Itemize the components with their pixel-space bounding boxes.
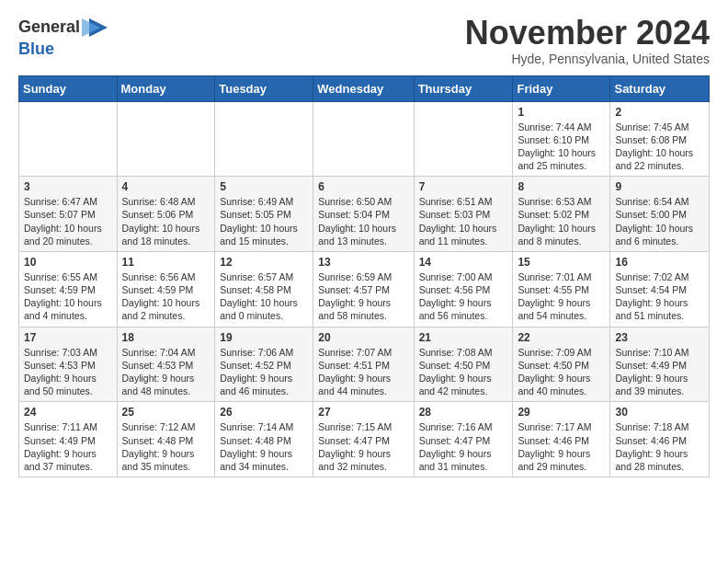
day-content: Sunrise: 7:07 AM Sunset: 4:51 PM Dayligh… xyxy=(318,346,408,398)
day-number: 4 xyxy=(122,180,210,193)
day-content: Sunrise: 7:16 AM Sunset: 4:47 PM Dayligh… xyxy=(419,420,508,473)
calendar-cell: 28Sunrise: 7:16 AM Sunset: 4:47 PM Dayli… xyxy=(414,402,513,477)
calendar-week-5: 24Sunrise: 7:11 AM Sunset: 4:49 PM Dayli… xyxy=(19,402,710,477)
calendar-cell: 12Sunrise: 6:57 AM Sunset: 4:58 PM Dayli… xyxy=(215,251,313,327)
calendar-cell: 13Sunrise: 6:59 AM Sunset: 4:57 PM Dayli… xyxy=(313,251,414,327)
col-header-tuesday: Tuesday xyxy=(215,75,313,101)
day-content: Sunrise: 6:51 AM Sunset: 5:03 PM Dayligh… xyxy=(419,195,508,247)
page: General Blue November 2024 Hyde, Pennsyl… xyxy=(0,0,728,496)
day-number: 22 xyxy=(518,331,605,344)
day-content: Sunrise: 6:54 AM Sunset: 5:00 PM Dayligh… xyxy=(615,195,704,247)
calendar-cell: 26Sunrise: 7:14 AM Sunset: 4:48 PM Dayli… xyxy=(215,402,313,477)
calendar-cell: 30Sunrise: 7:18 AM Sunset: 4:46 PM Dayli… xyxy=(610,402,710,477)
calendar-cell xyxy=(313,101,414,177)
calendar-cell: 8Sunrise: 6:53 AM Sunset: 5:02 PM Daylig… xyxy=(513,177,610,252)
calendar-cell xyxy=(215,101,313,177)
day-number: 12 xyxy=(220,256,308,269)
col-header-monday: Monday xyxy=(117,75,215,101)
calendar-cell: 10Sunrise: 6:55 AM Sunset: 4:59 PM Dayli… xyxy=(19,251,118,327)
calendar-cell: 25Sunrise: 7:12 AM Sunset: 4:48 PM Dayli… xyxy=(117,402,215,477)
day-number: 16 xyxy=(615,256,704,269)
day-number: 3 xyxy=(24,180,112,193)
calendar-cell: 6Sunrise: 6:50 AM Sunset: 5:04 PM Daylig… xyxy=(313,177,414,252)
calendar-cell: 19Sunrise: 7:06 AM Sunset: 4:52 PM Dayli… xyxy=(215,327,313,402)
day-content: Sunrise: 7:08 AM Sunset: 4:50 PM Dayligh… xyxy=(419,346,508,398)
month-title: November 2024 xyxy=(465,15,710,52)
calendar-week-2: 3Sunrise: 6:47 AM Sunset: 5:07 PM Daylig… xyxy=(19,177,710,252)
calendar-cell: 11Sunrise: 6:56 AM Sunset: 4:59 PM Dayli… xyxy=(117,251,215,327)
col-header-saturday: Saturday xyxy=(610,75,710,101)
location-subtitle: Hyde, Pennsylvania, United States xyxy=(465,52,710,66)
day-content: Sunrise: 7:18 AM Sunset: 4:46 PM Dayligh… xyxy=(615,420,704,473)
day-number: 29 xyxy=(518,406,605,419)
calendar-cell: 20Sunrise: 7:07 AM Sunset: 4:51 PM Dayli… xyxy=(313,327,414,402)
day-number: 1 xyxy=(518,106,605,119)
calendar-cell: 29Sunrise: 7:17 AM Sunset: 4:46 PM Dayli… xyxy=(513,402,610,477)
calendar-cell: 27Sunrise: 7:15 AM Sunset: 4:47 PM Dayli… xyxy=(313,402,414,477)
calendar-cell: 15Sunrise: 7:01 AM Sunset: 4:55 PM Dayli… xyxy=(513,251,610,327)
logo-icon xyxy=(82,15,108,40)
day-content: Sunrise: 6:55 AM Sunset: 4:59 PM Dayligh… xyxy=(24,270,112,323)
calendar-cell: 2Sunrise: 7:45 AM Sunset: 6:08 PM Daylig… xyxy=(610,101,710,177)
calendar-table: SundayMondayTuesdayWednesdayThursdayFrid… xyxy=(18,75,710,477)
col-header-sunday: Sunday xyxy=(19,75,118,101)
day-content: Sunrise: 6:47 AM Sunset: 5:07 PM Dayligh… xyxy=(24,195,112,247)
day-content: Sunrise: 7:04 AM Sunset: 4:53 PM Dayligh… xyxy=(122,346,210,398)
day-content: Sunrise: 7:02 AM Sunset: 4:54 PM Dayligh… xyxy=(615,270,704,323)
day-number: 7 xyxy=(419,180,508,193)
day-number: 9 xyxy=(615,180,704,193)
day-number: 30 xyxy=(615,406,704,419)
col-header-wednesday: Wednesday xyxy=(313,75,414,101)
logo: General Blue xyxy=(18,15,108,59)
col-header-friday: Friday xyxy=(513,75,610,101)
day-number: 19 xyxy=(220,331,308,344)
calendar-cell: 3Sunrise: 6:47 AM Sunset: 5:07 PM Daylig… xyxy=(19,177,118,252)
calendar-cell xyxy=(414,101,513,177)
calendar-cell: 16Sunrise: 7:02 AM Sunset: 4:54 PM Dayli… xyxy=(610,251,710,327)
calendar-cell: 23Sunrise: 7:10 AM Sunset: 4:49 PM Dayli… xyxy=(610,327,710,402)
calendar-cell: 22Sunrise: 7:09 AM Sunset: 4:50 PM Dayli… xyxy=(513,327,610,402)
day-content: Sunrise: 7:01 AM Sunset: 4:55 PM Dayligh… xyxy=(518,270,605,323)
day-content: Sunrise: 6:53 AM Sunset: 5:02 PM Dayligh… xyxy=(518,195,605,247)
day-content: Sunrise: 7:17 AM Sunset: 4:46 PM Dayligh… xyxy=(518,420,605,473)
day-number: 21 xyxy=(419,331,508,344)
day-number: 15 xyxy=(518,256,605,269)
day-content: Sunrise: 7:00 AM Sunset: 4:56 PM Dayligh… xyxy=(419,270,508,323)
day-number: 5 xyxy=(220,180,308,193)
calendar-cell: 1Sunrise: 7:44 AM Sunset: 6:10 PM Daylig… xyxy=(513,101,610,177)
calendar-cell: 17Sunrise: 7:03 AM Sunset: 4:53 PM Dayli… xyxy=(19,327,118,402)
title-block: November 2024 Hyde, Pennsylvania, United… xyxy=(465,15,710,66)
calendar-week-4: 17Sunrise: 7:03 AM Sunset: 4:53 PM Dayli… xyxy=(19,327,710,402)
calendar-cell: 4Sunrise: 6:48 AM Sunset: 5:06 PM Daylig… xyxy=(117,177,215,252)
calendar-week-3: 10Sunrise: 6:55 AM Sunset: 4:59 PM Dayli… xyxy=(19,251,710,327)
day-number: 23 xyxy=(615,331,704,344)
col-header-thursday: Thursday xyxy=(414,75,513,101)
day-content: Sunrise: 7:10 AM Sunset: 4:49 PM Dayligh… xyxy=(615,346,704,398)
calendar-week-1: 1Sunrise: 7:44 AM Sunset: 6:10 PM Daylig… xyxy=(19,101,710,177)
day-number: 24 xyxy=(24,406,112,419)
calendar-cell: 7Sunrise: 6:51 AM Sunset: 5:03 PM Daylig… xyxy=(414,177,513,252)
day-content: Sunrise: 7:45 AM Sunset: 6:08 PM Dayligh… xyxy=(615,121,704,173)
day-number: 6 xyxy=(318,180,408,193)
day-number: 11 xyxy=(122,256,210,269)
calendar-cell: 21Sunrise: 7:08 AM Sunset: 4:50 PM Dayli… xyxy=(414,327,513,402)
day-content: Sunrise: 6:57 AM Sunset: 4:58 PM Dayligh… xyxy=(220,270,308,323)
day-content: Sunrise: 7:44 AM Sunset: 6:10 PM Dayligh… xyxy=(518,121,605,173)
day-number: 13 xyxy=(318,256,408,269)
day-content: Sunrise: 6:59 AM Sunset: 4:57 PM Dayligh… xyxy=(318,270,408,323)
calendar-cell: 18Sunrise: 7:04 AM Sunset: 4:53 PM Dayli… xyxy=(117,327,215,402)
day-content: Sunrise: 7:11 AM Sunset: 4:49 PM Dayligh… xyxy=(24,420,112,473)
day-content: Sunrise: 7:03 AM Sunset: 4:53 PM Dayligh… xyxy=(24,346,112,398)
day-number: 8 xyxy=(518,180,605,193)
day-number: 14 xyxy=(419,256,508,269)
calendar-cell: 5Sunrise: 6:49 AM Sunset: 5:05 PM Daylig… xyxy=(215,177,313,252)
day-number: 20 xyxy=(318,331,408,344)
day-content: Sunrise: 7:12 AM Sunset: 4:48 PM Dayligh… xyxy=(122,420,210,473)
day-number: 28 xyxy=(419,406,508,419)
day-content: Sunrise: 7:09 AM Sunset: 4:50 PM Dayligh… xyxy=(518,346,605,398)
day-content: Sunrise: 7:06 AM Sunset: 4:52 PM Dayligh… xyxy=(220,346,308,398)
calendar-cell: 9Sunrise: 6:54 AM Sunset: 5:00 PM Daylig… xyxy=(610,177,710,252)
day-number: 27 xyxy=(318,406,408,419)
calendar-header-row: SundayMondayTuesdayWednesdayThursdayFrid… xyxy=(19,75,710,101)
logo-blue-text: Blue xyxy=(18,40,54,58)
